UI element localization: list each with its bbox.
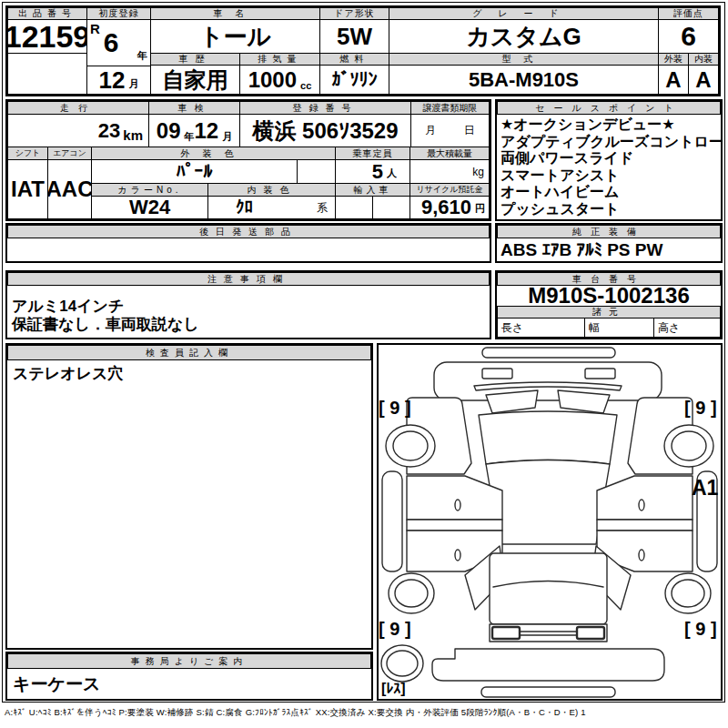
first-reg-year: 6 <box>104 27 119 58</box>
imported-cell-1 <box>335 196 373 219</box>
grade-value: カスタムG <box>389 19 659 54</box>
interior-color-cell: ｸﾛ 系 <box>207 196 336 219</box>
imported-cell-2 <box>372 196 410 219</box>
first-reg-month: 12 <box>99 66 126 95</box>
recycle-deposit-label: リサイクル預託金 <box>410 183 490 197</box>
model-code-value: 5BA-M910S <box>389 65 659 95</box>
first-reg-month-unit: 月 <box>128 77 138 94</box>
exterior-color-empty-cell <box>297 159 336 184</box>
notes-line: 保証書なし．車両取説なし <box>12 316 485 334</box>
aircon-value: AAC <box>47 159 92 219</box>
inspector-notes-value: ステレオレス穴 <box>13 365 123 383</box>
auction-no-value: 12159 <box>7 19 87 54</box>
exterior-grade-label: 外装 <box>658 53 689 66</box>
interior-color-value: ｸﾛ <box>236 197 253 217</box>
left-side-strip <box>382 471 402 571</box>
dimensions-label: 諸元 <box>497 306 721 318</box>
inspection-month: 12 <box>195 118 219 144</box>
recycle-deposit-value: 9,610 <box>421 196 471 219</box>
left-tail-light <box>492 627 520 639</box>
block-sales-points: セールスポイント ★オークションデビュー★ アダプティブクルーズコントロー 両側… <box>495 99 723 221</box>
color-no-value: W24 <box>91 196 208 219</box>
dimension-height-cell: 高さ <box>653 318 721 338</box>
damage-mark-right-side: A1 <box>692 476 718 500</box>
sales-point-line: オートハイビーム <box>500 184 719 201</box>
max-load-cell: kg <box>410 159 490 184</box>
inspection-year: 09 <box>157 118 181 144</box>
exterior-grade-value: A <box>658 65 689 95</box>
dimension-width-cell: 幅 <box>584 318 654 338</box>
door-shape-value: 5W <box>319 19 389 54</box>
capacity-unit: 人 <box>387 167 397 183</box>
hood-panel <box>434 362 662 400</box>
mileage-label: 走行 <box>7 101 149 115</box>
score-label: 評価点 <box>658 7 719 20</box>
sales-point-line: ★オークションデビュー★ <box>500 116 719 134</box>
block-genuine-equipment: 純正装備 ABS ｴｱB ｱﾙﾐ PS PW <box>495 223 723 263</box>
auction-no-empty-cell <box>7 53 87 95</box>
block-car-diagram: [ 9 ] [ 9 ] A1 [ 9 ] [ 9 ] [ﾚｽ] <box>377 343 723 701</box>
chassis-no-label: 車台番号 <box>497 272 721 286</box>
auction-sheet: 出品番号 12159 初度登録 R 6 年 12 月 車名 トール 車歴 自家用… <box>0 0 728 728</box>
office-notice-value: キーケース <box>13 672 100 696</box>
office-notice-label: 事務局よりご案内 <box>7 653 371 669</box>
exterior-color-label: 外装色 <box>91 147 336 160</box>
block-details-left: 走行 23 km 車検 09 年 12 月 登録番号 横浜 506ｿ3529 譲… <box>5 99 491 221</box>
capacity-cell: 5 人 <box>335 159 410 184</box>
score-value: 6 <box>658 19 719 54</box>
block-inspector: 検査員記入欄 ステレオレス穴 <box>5 343 373 650</box>
max-load-unit: kg <box>472 166 484 178</box>
inspection-label: 車検 <box>148 101 240 115</box>
inspector-notes-label: 検査員記入欄 <box>7 345 371 360</box>
first-reg-label: 初度登録 <box>86 7 151 20</box>
rear-bumper <box>432 649 664 681</box>
dimension-height-label: 高さ <box>658 320 680 336</box>
damage-mark-front-right: [ 9 ] <box>684 398 717 419</box>
rear-lower-bar <box>481 687 615 697</box>
sales-points-list: ★オークションデビュー★ アダプティブクルーズコントロー 両側パワースライド ス… <box>500 116 719 217</box>
rear-hatch <box>490 553 607 624</box>
block-identity: 出品番号 12159 初度登録 R 6 年 12 月 車名 トール 車歴 自家用… <box>5 5 721 96</box>
displacement-cell: 1000 cc <box>239 65 320 95</box>
interior-grade-value: A <box>688 65 719 95</box>
car-name-label: 車名 <box>150 7 320 20</box>
exterior-color-value: ﾊﾟｰﾙ <box>91 159 298 184</box>
floor-panel <box>486 460 610 545</box>
registration-no-label: 登録番号 <box>239 101 411 115</box>
damage-mark-rear-right: [ 9 ] <box>684 619 717 640</box>
sales-points-label: セールスポイント <box>497 101 721 115</box>
block-office-notice: 事務局よりご案内 キーケース <box>5 652 373 701</box>
dimension-width-label: 幅 <box>589 320 600 336</box>
front-bumper-bar <box>482 348 615 358</box>
shift-label: シフト <box>7 147 48 160</box>
first-reg-era: R <box>90 21 100 36</box>
shift-value: IAT <box>7 159 48 219</box>
inspection-month-unit: 月 <box>222 130 232 147</box>
damage-mark-rear-left: [ 9 ] <box>379 619 411 640</box>
block-later-parts: 後日発送部品 <box>5 223 491 263</box>
notes-label: 注意事項欄 <box>7 272 490 286</box>
block-chassis: 車台番号 M910S-1002136 諸元 長さ 幅 高さ <box>495 270 723 339</box>
front-left-door <box>407 476 502 520</box>
recycle-deposit-cell: 9,610 円 <box>410 196 490 219</box>
genuine-equipment-label: 純正装備 <box>497 225 721 238</box>
transfer-docs-label: 譲渡書類期限 <box>410 101 490 115</box>
chassis-no-value: M910S-1002136 <box>497 285 721 307</box>
displacement-label: 排気量 <box>239 53 320 66</box>
notes-line: アルミ14インチ <box>12 298 485 316</box>
roof-panel <box>479 411 617 464</box>
front-right-door <box>597 476 693 520</box>
damage-mark-spare: [ﾚｽ] <box>381 681 406 697</box>
mileage-cell: 23 km <box>7 114 149 147</box>
mileage-unit: km <box>123 127 143 147</box>
interior-color-suffix: 系 <box>317 200 328 216</box>
auction-no-label: 出品番号 <box>7 7 87 20</box>
right-tail-light <box>577 627 604 639</box>
inspection-cell: 09 年 12 月 <box>148 114 240 147</box>
recycle-deposit-unit: 円 <box>475 202 485 218</box>
notes-lines: アルミ14インチ 保証書なし．車両取説なし <box>12 298 485 334</box>
dimension-length-label: 長さ <box>501 320 523 336</box>
capacity-label: 乗車定員 <box>335 147 410 160</box>
first-reg-year-unit: 年 <box>137 49 147 65</box>
sales-point-line: アダプティブクルーズコントロー <box>500 134 719 151</box>
